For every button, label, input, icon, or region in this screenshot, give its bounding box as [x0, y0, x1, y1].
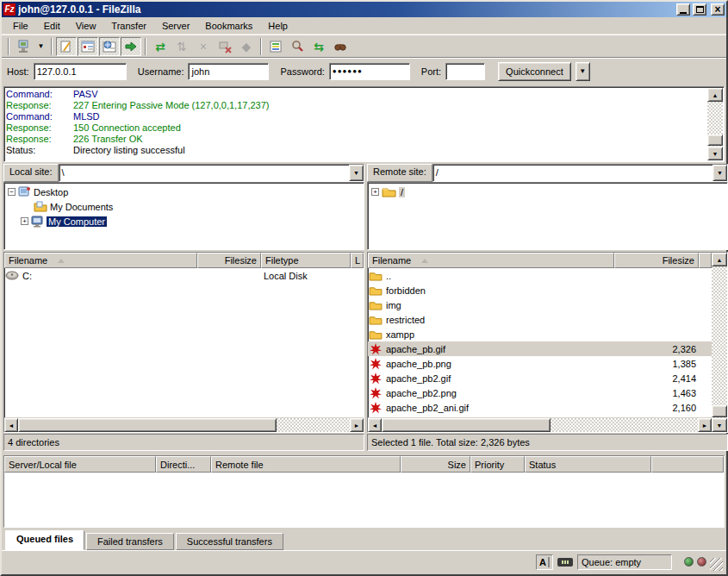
transfer-queue[interactable]: Server/Local file Directi... Remote file… [3, 455, 725, 528]
refresh-button[interactable]: ⇄ [150, 37, 171, 56]
data-type-indicator[interactable]: A [536, 554, 553, 570]
column-last-modified[interactable]: L [351, 253, 364, 268]
toggle-remote-treeview-button[interactable] [99, 37, 120, 56]
scroll-down-button[interactable]: ▼ [712, 418, 727, 432]
cancel-button[interactable]: × [193, 37, 214, 56]
toggle-transfer-queue-button[interactable] [121, 37, 141, 56]
folder-icon [382, 186, 396, 197]
tree-item-my-computer[interactable]: + My Computer [8, 214, 364, 229]
column-status[interactable]: Status [525, 456, 651, 473]
speed-limits-indicator[interactable] [557, 554, 574, 570]
remote-horizontal-scrollbar[interactable]: ◄ ► [368, 417, 712, 432]
file-row[interactable]: forbidden [368, 283, 712, 297]
minimize-button[interactable] [676, 3, 690, 16]
scroll-right-button[interactable]: ► [350, 418, 364, 432]
expand-icon[interactable]: + [21, 217, 28, 225]
file-row[interactable]: restricted [368, 312, 712, 327]
file-name: img [383, 300, 614, 310]
toggle-message-log-button[interactable] [56, 37, 77, 56]
maximize-button[interactable] [693, 3, 706, 16]
tree-item-root[interactable]: + / [371, 185, 727, 199]
column-priority[interactable]: Priority [470, 456, 525, 473]
file-row[interactable]: apache_pb2.gif 2,414 [368, 371, 712, 385]
menu-transfer[interactable]: Transfer [103, 19, 154, 33]
toggle-local-treeview-button[interactable] [78, 37, 98, 56]
host-input[interactable] [34, 63, 127, 80]
queue-body[interactable] [4, 473, 724, 527]
log-scrollbar[interactable]: ▲ ▼ [707, 88, 723, 160]
remote-vertical-scrollbar[interactable]: ▲ ▼ [712, 253, 727, 432]
resize-grip[interactable] [710, 558, 723, 571]
column-server-local-file[interactable]: Server/Local file [4, 456, 156, 473]
site-manager-button[interactable] [13, 37, 34, 56]
file-row[interactable]: apache_pb2.png 1,463 [368, 385, 712, 400]
quickconnect-dropdown[interactable]: ▼ [576, 62, 590, 81]
chevron-down-icon[interactable]: ▼ [712, 165, 727, 181]
local-file-list[interactable]: Filename Filesize Filetype L [3, 252, 364, 433]
file-name: xampp [383, 329, 614, 340]
column-size[interactable]: Size [401, 456, 470, 473]
local-site-combobox[interactable]: \ ▼ [59, 164, 364, 182]
password-input[interactable] [329, 63, 410, 80]
process-queue-button[interactable]: ⇅ [171, 37, 192, 56]
title-bar[interactable]: Fz john@127.0.0.1 - FileZilla × [2, 2, 726, 17]
scroll-right-button[interactable]: ► [698, 418, 712, 432]
file-row[interactable]: img [368, 297, 712, 312]
file-row[interactable]: xampp [368, 327, 712, 341]
message-log[interactable]: Command:PASV Response:227 Entering Passi… [3, 86, 725, 162]
tree-item-my-documents[interactable]: My Documents [8, 199, 364, 214]
file-row[interactable]: .. [368, 268, 712, 283]
scrollbar-thumb[interactable] [707, 135, 723, 146]
collapse-icon[interactable]: − [8, 188, 16, 196]
scroll-down-button[interactable]: ▼ [707, 147, 723, 160]
local-horizontal-scrollbar[interactable]: ◄ ► [4, 417, 364, 432]
remote-file-list[interactable]: Filename Filesize .. forbidden [367, 252, 728, 433]
menu-file[interactable]: File [5, 19, 36, 33]
quickconnect-button[interactable]: Quickconnect [498, 62, 571, 81]
expand-icon[interactable]: + [371, 188, 379, 196]
filezilla-window: Fz john@127.0.0.1 - FileZilla × File Edi… [0, 0, 728, 576]
scroll-up-button[interactable]: ▲ [707, 88, 723, 102]
column-filesize[interactable]: Filesize [197, 253, 261, 268]
column-filename[interactable]: Filename [368, 253, 614, 268]
port-input[interactable] [445, 63, 485, 80]
tab-successful-transfers[interactable]: Successful transfers [176, 533, 283, 550]
tab-failed-transfers[interactable]: Failed transfers [86, 533, 174, 550]
chevron-down-icon[interactable]: ▼ [349, 165, 364, 181]
directory-comparison-button[interactable] [287, 37, 308, 56]
disconnect-button[interactable] [215, 37, 235, 56]
column-filetype[interactable]: Filetype [261, 253, 351, 268]
find-files-button[interactable] [330, 37, 351, 56]
menu-view[interactable]: View [68, 19, 104, 33]
scroll-left-button[interactable]: ◄ [368, 418, 382, 432]
file-row-selected[interactable]: apache_pb.gif 2,326 [368, 341, 712, 356]
site-manager-dropdown[interactable]: ▼ [34, 37, 47, 56]
menu-help[interactable]: Help [260, 19, 296, 33]
tree-item-desktop[interactable]: − Desktop [8, 185, 364, 199]
scrollbar-thumb[interactable] [712, 405, 727, 417]
username-input[interactable] [188, 63, 269, 80]
menu-bookmarks[interactable]: Bookmarks [197, 19, 260, 33]
scrollbar-thumb[interactable] [18, 418, 277, 432]
column-direction[interactable]: Directi... [156, 456, 211, 473]
scroll-up-button[interactable]: ▲ [712, 253, 727, 266]
image-file-icon [370, 402, 382, 414]
column-remote-file[interactable]: Remote file [211, 456, 401, 473]
close-button[interactable]: × [711, 3, 725, 16]
remote-site-combobox[interactable]: / ▼ [432, 164, 728, 182]
synchronized-browsing-button[interactable]: ⇆ [308, 37, 329, 56]
scroll-left-button[interactable]: ◄ [4, 418, 18, 432]
file-row-c-drive[interactable]: C: Local Disk [4, 268, 364, 283]
menu-edit[interactable]: Edit [36, 19, 68, 33]
column-filesize[interactable]: Filesize [614, 253, 699, 268]
file-row[interactable]: apache_pb.png 1,385 [368, 356, 712, 371]
file-row[interactable]: apache_pb2_ani.gif 2,160 [368, 400, 712, 415]
tab-queued-files[interactable]: Queued files [5, 530, 84, 550]
scrollbar-thumb[interactable] [382, 418, 551, 432]
filename-filters-button[interactable] [265, 37, 286, 56]
column-filename[interactable]: Filename [4, 253, 197, 268]
remote-directory-tree[interactable]: + / [367, 182, 728, 250]
local-directory-tree[interactable]: − Desktop My Documents [3, 182, 364, 250]
menu-server[interactable]: Server [154, 19, 197, 33]
reconnect-button[interactable]: ◆ [236, 37, 257, 56]
